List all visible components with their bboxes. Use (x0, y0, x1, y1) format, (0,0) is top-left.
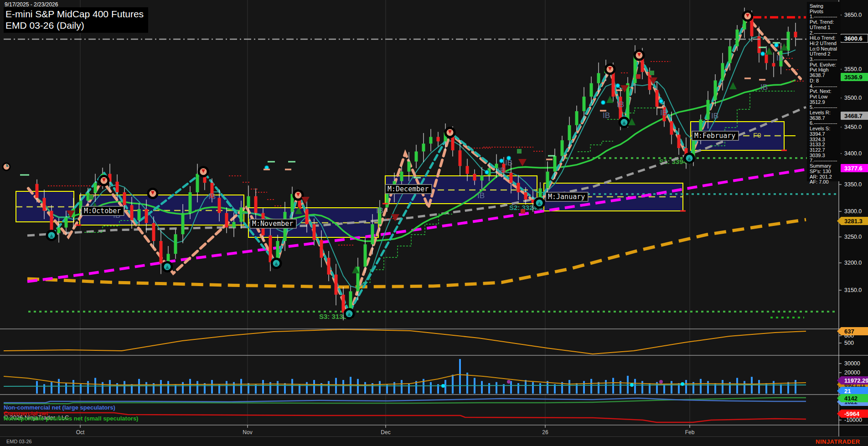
svg-text:500: 500 (844, 340, 854, 346)
svg-text:IB: IB (776, 54, 784, 62)
svg-text:3400.0: 3400.0 (844, 150, 862, 157)
svg-text:IB: IB (617, 100, 624, 109)
svg-text:M:January: M:January (548, 193, 585, 201)
svg-text:3600.6: 3600.6 (844, 35, 863, 42)
legend-line: AF: 7.00 (810, 179, 838, 185)
legend-line: Swing Pivots (810, 4, 838, 14)
legend-line: 3.-------------- (810, 57, 838, 62)
svg-text:IB: IB (760, 83, 768, 92)
svg-text:M:February: M:February (694, 132, 735, 140)
cot-legend: Non-commercial net (large speculators) C… (4, 405, 138, 421)
svg-text:IB: IB (505, 159, 512, 167)
svg-text:3250.0: 3250.0 (844, 234, 862, 240)
chart-canvas[interactable]: S1: 3394.7S2: 3324.3S3: 3133.2IBIBIBIBIB… (0, 0, 868, 446)
swing-pivots-legend: Swing Pivots1.--------------Pvt. Trend:U… (807, 2, 841, 181)
svg-text:IB: IB (498, 166, 505, 175)
svg-text:IB: IB (477, 191, 485, 200)
legend-line: UTrend 1 (810, 25, 838, 31)
ninjatrader-logo: NINJATRADER (816, 438, 860, 445)
svg-text:M:November: M:November (252, 220, 293, 228)
cot-nonreportable-label: Nonreportable positions net (small specu… (4, 416, 138, 421)
legend-line: D: 8 (810, 78, 838, 84)
svg-text:IB: IB (208, 192, 216, 201)
svg-text:30000: 30000 (844, 360, 860, 367)
legend-line: Levels R: (810, 110, 838, 116)
svg-text:11972.29: 11972.29 (844, 377, 868, 384)
svg-text:20000: 20000 (844, 369, 860, 376)
svg-text:-5964: -5964 (844, 410, 860, 417)
svg-text:F0: F0 (753, 131, 761, 139)
svg-text:Nov: Nov (243, 429, 252, 436)
legend-line: Hi:2 UTrend (810, 41, 838, 46)
svg-text:3281.3: 3281.3 (844, 218, 863, 225)
svg-text:IB: IB (711, 112, 718, 120)
svg-text:26: 26 (542, 429, 548, 436)
svg-text:Oct: Oct (76, 429, 85, 436)
ninjatrader-chart-window: S1: 3394.7S2: 3324.3S3: 3133.2IBIBIBIBIB… (0, 0, 868, 446)
svg-text:M:December: M:December (388, 185, 429, 193)
legend-line: 3122.7 (810, 148, 838, 153)
svg-text:M:October: M:October (84, 207, 121, 215)
svg-text:3450.0: 3450.0 (844, 124, 862, 130)
chart-title-line2: EMD 03-26 (Daily) (5, 20, 144, 31)
svg-text:3468.7: 3468.7 (844, 113, 863, 119)
svg-text:3377.6: 3377.6 (844, 165, 863, 172)
svg-text:21: 21 (844, 388, 851, 395)
tab-instrument[interactable]: EMD 03-26 (6, 439, 32, 444)
svg-text:IB: IB (376, 206, 383, 215)
svg-text:IB: IB (603, 111, 610, 120)
tab-bar: EMD 03-26 NINJATRADER (0, 436, 868, 446)
svg-text:Dec: Dec (381, 429, 390, 436)
svg-text:-10000: -10000 (844, 417, 862, 423)
chart-title-line1: E-mini S&P MidCap 400 Futures (5, 8, 144, 20)
svg-text:3200.0: 3200.0 (844, 260, 862, 266)
svg-text:3536.9: 3536.9 (844, 74, 863, 81)
legend-line: SP's: 130 (810, 169, 838, 174)
svg-text:3650.0: 3650.0 (844, 12, 862, 18)
svg-text:4142: 4142 (844, 395, 858, 402)
svg-text:3350.0: 3350.0 (844, 181, 862, 188)
svg-text:IB: IB (660, 108, 667, 117)
date-range: 9/17/2025 - 2/23/2026 (5, 1, 58, 8)
svg-text:3550.0: 3550.0 (844, 66, 862, 72)
svg-text:Feb: Feb (685, 429, 695, 436)
svg-text:3300.0: 3300.0 (844, 208, 862, 215)
svg-text:637: 637 (844, 328, 854, 335)
svg-text:3500.0: 3500.0 (844, 95, 862, 101)
svg-text:3150.0: 3150.0 (844, 287, 862, 293)
legend-line: 3394.7 (810, 132, 838, 137)
legend-line: Pvt Low (810, 94, 838, 100)
chart-title: E-mini S&P MidCap 400 Futures EMD 03-26 … (4, 7, 148, 33)
